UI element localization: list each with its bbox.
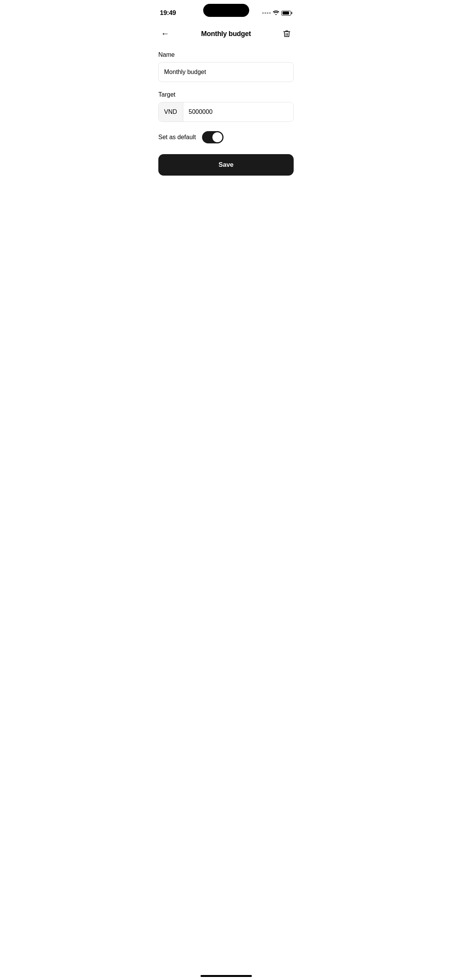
back-arrow-icon: ← xyxy=(161,29,169,39)
toggle-track xyxy=(202,131,224,143)
currency-label: VND xyxy=(159,102,183,122)
delete-button[interactable] xyxy=(280,27,294,41)
back-button[interactable]: ← xyxy=(158,27,172,41)
name-label: Name xyxy=(158,51,294,58)
status-bar: 19:49 xyxy=(151,0,301,21)
dynamic-island xyxy=(203,4,249,17)
trash-icon xyxy=(283,30,291,38)
name-input[interactable] xyxy=(158,62,294,82)
default-label: Set as default xyxy=(158,134,196,141)
target-label: Target xyxy=(158,91,294,98)
status-time: 19:49 xyxy=(160,9,176,17)
default-row: Set as default xyxy=(158,131,294,143)
toggle-thumb xyxy=(212,132,222,142)
battery-icon xyxy=(281,11,292,16)
page-title: Monthly budget xyxy=(201,30,251,38)
signal-icon xyxy=(262,12,271,14)
target-input-row: VND xyxy=(158,102,294,122)
form-content: Name Target VND Set as default Save xyxy=(151,45,301,176)
amount-input[interactable] xyxy=(183,102,293,122)
status-icons xyxy=(262,10,292,16)
default-toggle[interactable] xyxy=(202,131,224,143)
target-section: Target VND xyxy=(158,91,294,122)
wifi-icon xyxy=(273,10,279,16)
save-button[interactable]: Save xyxy=(158,154,294,176)
nav-bar: ← Monthly budget xyxy=(151,22,301,45)
